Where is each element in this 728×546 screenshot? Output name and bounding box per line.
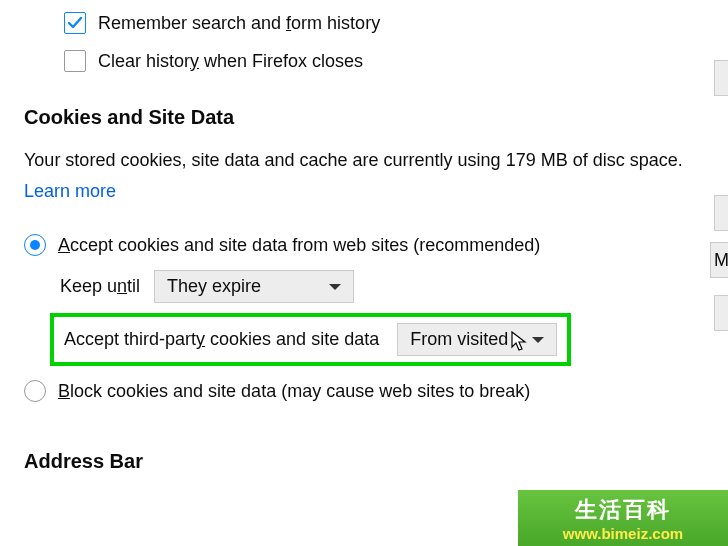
clear-data-button-edge[interactable] bbox=[714, 195, 728, 231]
third-party-value: From visited bbox=[410, 329, 508, 350]
block-cookies-label: Block cookies and site data (may cause w… bbox=[58, 381, 530, 402]
third-party-label: Accept third-party cookies and site data bbox=[64, 329, 379, 350]
keep-until-dropdown[interactable]: They expire bbox=[154, 270, 354, 303]
watermark: 生活百科 www.bimeiz.com bbox=[518, 490, 728, 546]
address-bar-section-title: Address Bar bbox=[24, 450, 728, 473]
remember-history-checkbox[interactable] bbox=[64, 12, 86, 34]
exceptions-button-edge[interactable] bbox=[714, 295, 728, 331]
keep-until-value: They expire bbox=[167, 276, 261, 297]
keep-until-label: Keep until bbox=[60, 276, 140, 297]
third-party-dropdown[interactable]: From visited bbox=[397, 323, 557, 356]
chevron-down-icon bbox=[329, 284, 341, 290]
cookies-description: Your stored cookies, site data and cache… bbox=[24, 145, 728, 206]
remember-history-label: Remember search and form history bbox=[98, 13, 380, 34]
cookies-section-title: Cookies and Site Data bbox=[24, 106, 728, 129]
clear-history-label: Clear history when Firefox closes bbox=[98, 51, 363, 72]
learn-more-link[interactable]: Learn more bbox=[24, 181, 116, 201]
block-cookies-radio[interactable] bbox=[24, 380, 46, 402]
accept-cookies-radio[interactable] bbox=[24, 234, 46, 256]
watermark-url: www.bimeiz.com bbox=[563, 525, 683, 542]
manage-data-button-edge[interactable]: M bbox=[710, 242, 728, 278]
clear-history-checkbox[interactable] bbox=[64, 50, 86, 72]
settings-button-edge-1[interactable] bbox=[714, 60, 728, 96]
chevron-down-icon bbox=[532, 337, 544, 343]
check-icon bbox=[67, 15, 83, 31]
accept-cookies-label: Accept cookies and site data from web si… bbox=[58, 235, 540, 256]
watermark-title: 生活百科 bbox=[575, 495, 671, 525]
third-party-highlight: Accept third-party cookies and site data… bbox=[50, 313, 571, 366]
